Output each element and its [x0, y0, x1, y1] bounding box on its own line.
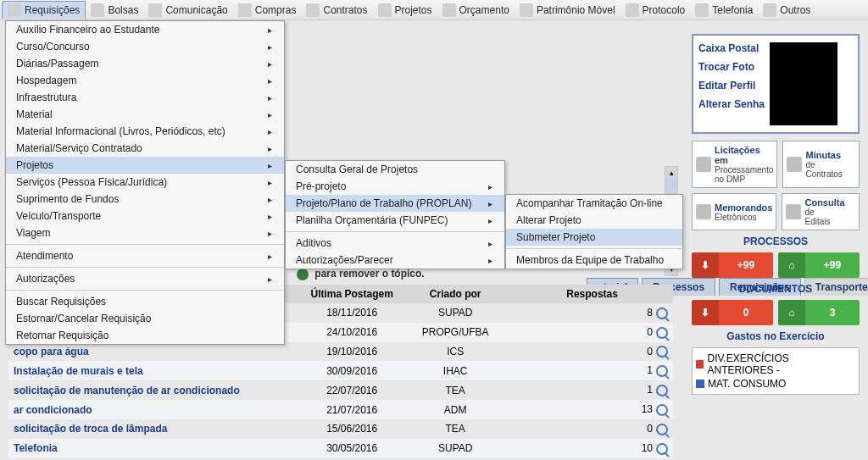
- counter-proc-out[interactable]: ⌂+99: [778, 252, 860, 278]
- menu-item[interactable]: Diárias/Passagem▸: [6, 55, 284, 72]
- counter-proc-in[interactable]: ⬇+99: [692, 252, 773, 278]
- cell-author: ICS: [399, 342, 511, 362]
- magnifier-icon[interactable]: [656, 404, 668, 416]
- topic-link[interactable]: solicitação de troca de lâmpada: [14, 423, 167, 435]
- menu-item[interactable]: Buscar Requisições: [6, 293, 284, 310]
- menu-item-label: Material: [16, 108, 53, 120]
- phone-icon: [695, 3, 709, 17]
- menu-item[interactable]: Atendimento▸: [6, 247, 284, 264]
- menu-item[interactable]: Planilha Orçamentária (FUNPEC)▸: [286, 212, 504, 229]
- menu-item[interactable]: Estornar/Cancelar Requisição: [6, 310, 284, 327]
- widget-minutas[interactable]: MinutasdeContratos: [782, 141, 860, 188]
- menu-item-label: Membros da Equipe de Trabalho: [516, 254, 664, 266]
- nav-outros[interactable]: Outros: [758, 2, 815, 19]
- menu-item[interactable]: Viagem▸: [6, 224, 284, 241]
- menu-item[interactable]: Material/Serviço Contratado▸: [6, 140, 284, 157]
- menu-item[interactable]: Veículo/Transporte▸: [6, 208, 284, 224]
- home-icon: ⌂: [778, 300, 805, 325]
- menu-item[interactable]: Retornar Requisição: [6, 327, 284, 344]
- link-trocar-foto[interactable]: Trocar Foto: [698, 61, 765, 73]
- menu-item[interactable]: Alterar Projeto: [506, 212, 682, 229]
- topic-link[interactable]: ar condicionado: [14, 404, 92, 416]
- counter-doc-out[interactable]: ⌂3: [778, 300, 860, 325]
- doc-pencil-icon: [787, 157, 802, 172]
- menu-item[interactable]: Projeto/Plano de Trabalho (PROPLAN)▸: [286, 195, 504, 212]
- menu-item[interactable]: Aditivos▸: [286, 235, 504, 252]
- menu-item[interactable]: Serviços (Pessoa Física/Jurídica)▸: [6, 174, 284, 191]
- cell-author: TEA: [399, 419, 511, 439]
- menu-item[interactable]: Curso/Concurso▸: [6, 38, 284, 55]
- avatar: [770, 42, 837, 125]
- magnifier-icon[interactable]: [656, 443, 668, 455]
- menu-item[interactable]: Pré-projeto▸: [286, 178, 504, 195]
- menu-item[interactable]: Submeter Projeto: [506, 229, 682, 246]
- widget-title: Memorandos: [715, 202, 772, 213]
- menu-item[interactable]: Suprimento de Fundos▸: [6, 191, 284, 208]
- nav-telefonia[interactable]: Telefonia: [690, 2, 758, 19]
- nav-contratos[interactable]: Contratos: [301, 2, 372, 19]
- book-icon: [148, 3, 162, 17]
- nav-compras[interactable]: Compras: [233, 2, 302, 19]
- menu-item-label: Atendimento: [16, 250, 73, 262]
- scroll-up-icon[interactable]: ▴: [665, 167, 677, 179]
- counter-value: +99: [805, 252, 860, 278]
- menu-item[interactable]: Projetos▸: [6, 157, 284, 174]
- menu-item[interactable]: Consulta Geral de Projetos: [286, 161, 504, 178]
- topic-link[interactable]: Instalação de murais e tela: [14, 365, 143, 377]
- magnifier-icon[interactable]: [656, 346, 668, 357]
- menu-item[interactable]: Infraestrutura▸: [6, 89, 284, 106]
- menu-item-label: Submeter Projeto: [516, 231, 595, 243]
- menu-item[interactable]: Hospedagem▸: [6, 72, 284, 89]
- cell-replies: 1: [511, 380, 673, 400]
- nav-label: Outros: [780, 4, 810, 16]
- link-editar-perfil[interactable]: Editar Perfil: [698, 80, 765, 91]
- nav-orcamento[interactable]: Orçamento: [437, 2, 515, 19]
- menu-item[interactable]: Auxílio Financeiro ao Estudante▸: [6, 21, 284, 38]
- menu-item-label: Viagem: [16, 227, 50, 239]
- topic-link[interactable]: solicitação de manutenção de ar condicio…: [14, 385, 240, 396]
- magnifier-icon[interactable]: [656, 327, 668, 339]
- chevron-right-icon: ▸: [268, 195, 272, 204]
- menu-item-label: Autorizações/Parecer: [296, 254, 393, 266]
- chevron-right-icon: ▸: [488, 239, 492, 248]
- download-icon: ⬇: [692, 252, 719, 278]
- link-caixa-postal[interactable]: Caixa Postal: [698, 42, 765, 54]
- magnifier-icon[interactable]: [656, 385, 668, 396]
- magnifier-icon[interactable]: [656, 365, 668, 377]
- topic-link[interactable]: copo para água: [14, 346, 89, 357]
- link-alterar-senha[interactable]: Alterar Senha: [698, 98, 765, 110]
- col-date: Última Postagem: [304, 285, 399, 303]
- nav-patrimonio[interactable]: Patrimônio Móvel: [515, 2, 620, 19]
- nav-projetos[interactable]: Projetos: [373, 2, 437, 19]
- magnifier-icon[interactable]: [656, 424, 668, 435]
- menu-item[interactable]: Membros da Equipe de Trabalho: [506, 252, 682, 269]
- widget-memorandos[interactable]: MemorandosEletrônicos: [692, 193, 776, 230]
- nav-label: Comunicação: [165, 4, 227, 16]
- chevron-right-icon: ▸: [268, 110, 272, 119]
- menu-item-label: Aditivos: [296, 237, 331, 249]
- nav-requisicoes[interactable]: Requisições: [2, 1, 86, 19]
- widget-licitacoes[interactable]: Licitações emProcessamentono DMP: [692, 141, 777, 188]
- nav-bolsas[interactable]: Bolsas: [86, 2, 143, 19]
- home-icon: ⌂: [778, 252, 805, 278]
- menu-item[interactable]: Material Informacional (Livros, Periódic…: [6, 123, 284, 140]
- cell-author: PROPG/UFBA: [399, 323, 511, 342]
- project-icon: [378, 3, 392, 17]
- nav-protocolo[interactable]: Protocolo: [620, 2, 691, 19]
- magnifier-icon[interactable]: [656, 308, 668, 319]
- menu-item-label: Veículo/Transporte: [16, 210, 101, 222]
- menu-item-label: Infraestrutura: [16, 91, 76, 103]
- counter-doc-in[interactable]: ⬇0: [692, 300, 773, 325]
- widget-editais[interactable]: ConsultadeEditais: [782, 193, 860, 230]
- topic-link[interactable]: Telefonia: [14, 442, 58, 454]
- menu-item-label: Estornar/Cancelar Requisição: [16, 313, 151, 324]
- remove-topic-hint: para remover o tópico.: [297, 268, 425, 280]
- nav-comunicacao[interactable]: Comunicação: [143, 2, 232, 19]
- protocol-icon: [626, 3, 639, 17]
- menu-item[interactable]: Autorizações▸: [6, 270, 284, 287]
- menu-item[interactable]: Acompanhar Tramitação On-line: [506, 195, 682, 212]
- chevron-right-icon: ▸: [268, 229, 272, 238]
- menu-item-label: Hospedagem: [16, 75, 76, 86]
- menu-item[interactable]: Material▸: [6, 106, 284, 123]
- menu-item[interactable]: Autorizações/Parecer▸: [286, 252, 504, 269]
